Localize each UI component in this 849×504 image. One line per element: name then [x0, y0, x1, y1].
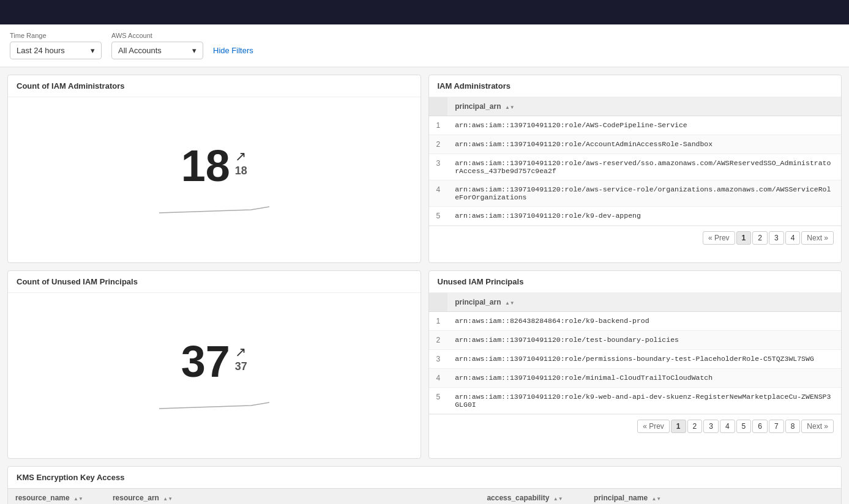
iam-admins-num-header: [429, 97, 448, 116]
row-number: 4: [429, 369, 448, 388]
unused-count-display-area: 37 ↗ 37: [8, 293, 421, 458]
iam-admins-page-3[interactable]: 3: [769, 231, 784, 245]
unused-page-1[interactable]: 1: [671, 420, 686, 433]
iam-admins-arn-header[interactable]: principal_arn ▲▼: [447, 97, 841, 116]
arn-cell: arn:aws:iam::139710491120:role/k9-web-an…: [447, 388, 841, 414]
row-number: 5: [429, 207, 448, 226]
sort-icon: ▲▼: [505, 105, 515, 110]
unused-page-5[interactable]: 5: [736, 420, 752, 433]
aws-account-value: All Accounts: [118, 46, 162, 55]
table-row: 5 arn:aws:iam::139710491120:role/k9-dev-…: [429, 207, 842, 226]
kms-rn-sort-icon: ▲▼: [73, 497, 83, 502]
table-row: 1 arn:aws:iam::826438284864:role/k9-back…: [429, 312, 842, 331]
arn-cell: arn:aws:iam::139710491120:role/AWS-CodeP…: [447, 116, 841, 135]
kms-panel: KMS Encryption Key Access resource_name …: [7, 466, 842, 504]
unused-sub-count: 37: [235, 360, 247, 373]
table-row: 4 arn:aws:iam::139710491120:role/minimal…: [429, 369, 842, 388]
row-number: 4: [429, 180, 448, 207]
iam-admins-next-btn[interactable]: Next »: [801, 231, 834, 245]
unused-page-8[interactable]: 8: [785, 420, 801, 433]
arn-cell: arn:aws:iam::139710491120:role/aws-reser…: [447, 154, 841, 180]
kms-pn-sort-icon: ▲▼: [651, 497, 661, 502]
table-row: 1 arn:aws:iam::139710491120:role/AWS-Cod…: [429, 116, 842, 135]
iam-count-meta: ↗ 18: [235, 144, 247, 177]
kms-table: resource_name ▲▼ resource_arn ▲▼ access_…: [8, 489, 841, 504]
arn-cell: arn:aws:iam::826438284864:role/k9-backen…: [447, 312, 841, 331]
time-range-value: Last 24 hours: [17, 46, 65, 55]
iam-admins-table-panel: IAM Administrators principal_arn ▲▼ 1 ar…: [428, 75, 842, 263]
aws-account-label: AWS Account: [111, 32, 203, 39]
unused-page-7[interactable]: 7: [769, 420, 784, 433]
kms-resource-name-header[interactable]: resource_name ▲▼: [8, 489, 105, 504]
iam-admins-page-2[interactable]: 2: [752, 231, 768, 245]
top-bar: [0, 0, 849, 24]
iam-admins-page-4[interactable]: 4: [785, 231, 801, 245]
unused-table: principal_arn ▲▼ 1 arn:aws:iam::82643828…: [429, 293, 842, 414]
iam-count-panel-title: Count of IAM Administrators: [8, 75, 421, 97]
main-content: Count of IAM Administrators 18 ↗ 18 IAM …: [0, 67, 849, 504]
iam-count-display: 18 ↗ 18: [181, 144, 247, 188]
row-number: 3: [429, 350, 448, 369]
unused-page-2[interactable]: 2: [687, 420, 703, 433]
table-row: 2 arn:aws:iam::139710491120:role/test-bo…: [429, 331, 842, 350]
arn-cell: arn:aws:iam::139710491120:role/minimal-C…: [447, 369, 841, 388]
iam-trend-arrow-icon: ↗: [235, 149, 246, 165]
kms-principal-name-header[interactable]: principal_name ▲▼: [586, 489, 841, 504]
iam-count-display-area: 18 ↗ 18: [8, 97, 421, 262]
unused-count-display: 37 ↗ 37: [181, 339, 247, 384]
unused-count-panel-title: Count of Unused IAM Principals: [8, 271, 421, 293]
unused-arn-header[interactable]: principal_arn ▲▼: [447, 293, 841, 312]
aws-account-select[interactable]: All Accounts ▾: [111, 42, 203, 59]
time-range-select[interactable]: Last 24 hours ▾: [10, 42, 102, 59]
arn-cell: arn:aws:iam::139710491120:role/permissio…: [447, 350, 841, 369]
unused-table-title: Unused IAM Principals: [429, 271, 842, 293]
unused-page-3[interactable]: 3: [703, 420, 719, 433]
top-row: Count of IAM Administrators 18 ↗ 18 IAM …: [7, 75, 842, 263]
hide-filters-button[interactable]: Hide Filters: [213, 46, 253, 55]
filter-section: Time Range Last 24 hours ▾ AWS Account A…: [0, 24, 849, 67]
arn-cell: arn:aws:iam::139710491120:role/k9-dev-ap…: [447, 207, 841, 226]
table-row: 3 arn:aws:iam::139710491120:role/aws-res…: [429, 154, 842, 180]
row-number: 2: [429, 331, 448, 350]
unused-sparkline: [159, 393, 269, 412]
unused-count-meta: ↗ 37: [235, 339, 247, 373]
row-number: 1: [429, 312, 448, 331]
time-range-label: Time Range: [10, 32, 102, 39]
kms-ra-sort-icon: ▲▼: [163, 497, 173, 502]
kms-access-capability-header[interactable]: access_capability ▲▼: [479, 489, 586, 504]
table-row: 4 arn:aws:iam::139710491120:role/aws-ser…: [429, 180, 842, 207]
time-range-group: Time Range Last 24 hours ▾: [10, 32, 102, 59]
arn-cell: arn:aws:iam::139710491120:role/test-boun…: [447, 331, 841, 350]
iam-sub-count: 18: [235, 165, 247, 177]
unused-count-number: 37: [181, 339, 230, 384]
kms-ac-sort-icon: ▲▼: [553, 497, 563, 502]
iam-admins-pagination: « Prev 1 2 3 4 Next »: [429, 226, 842, 250]
kms-panel-title: KMS Encryption Key Access: [8, 467, 841, 489]
table-row: 3 arn:aws:iam::139710491120:role/permiss…: [429, 350, 842, 369]
unused-pagination: « Prev 1 2 3 4 5 6 7 8 Next »: [429, 414, 842, 438]
iam-admins-table-title: IAM Administrators: [429, 75, 842, 97]
unused-page-6[interactable]: 6: [752, 420, 768, 433]
table-row: 2 arn:aws:iam::139710491120:role/Account…: [429, 135, 842, 154]
table-row: 5 arn:aws:iam::139710491120:role/k9-web-…: [429, 388, 842, 414]
iam-admins-table: principal_arn ▲▼ 1 arn:aws:iam::13971049…: [429, 97, 842, 226]
row-number: 1: [429, 116, 448, 135]
arn-cell: arn:aws:iam::139710491120:role/AccountAd…: [447, 135, 841, 154]
row-number: 3: [429, 154, 448, 180]
kms-resource-arn-header[interactable]: resource_arn ▲▼: [105, 489, 479, 504]
arn-cell: arn:aws:iam::139710491120:role/aws-servi…: [447, 180, 841, 207]
row-number: 2: [429, 135, 448, 154]
middle-row: Count of Unused IAM Principals 37 ↗ 37 U…: [7, 270, 842, 459]
chevron-down-icon: ▾: [91, 46, 95, 55]
unused-next-btn[interactable]: Next »: [801, 420, 834, 433]
iam-admins-page-1[interactable]: 1: [736, 231, 752, 245]
iam-count-number: 18: [181, 144, 230, 188]
chevron-down-icon-2: ▾: [192, 46, 196, 55]
unused-prev-btn[interactable]: « Prev: [637, 420, 670, 433]
unused-num-header: [429, 293, 448, 312]
iam-admins-prev-btn[interactable]: « Prev: [703, 231, 735, 245]
iam-count-panel: Count of IAM Administrators 18 ↗ 18: [7, 75, 421, 263]
unused-count-panel: Count of Unused IAM Principals 37 ↗ 37: [7, 270, 421, 459]
unused-trend-arrow-icon: ↗: [235, 344, 246, 360]
unused-page-4[interactable]: 4: [720, 420, 735, 433]
